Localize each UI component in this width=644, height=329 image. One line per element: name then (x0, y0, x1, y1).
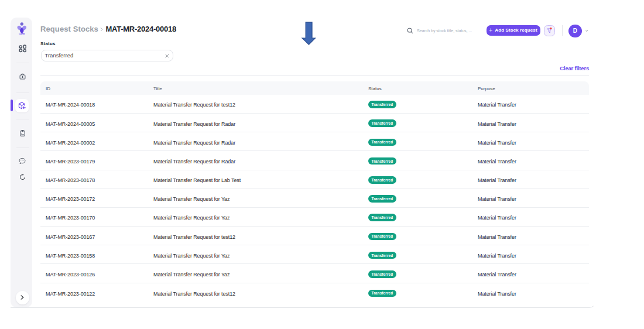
svg-text:CARE: CARE (19, 33, 25, 35)
